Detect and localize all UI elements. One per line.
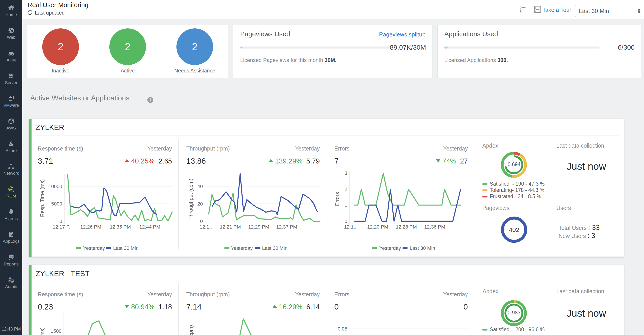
svg-text:Throughput (cpm): Throughput (cpm) [188, 325, 194, 335]
svg-text:Resp. Time (ms): Resp. Time (ms) [39, 179, 45, 217]
svg-text:12:37 PM: 12:37 PM [276, 224, 297, 230]
svg-text:12:17 P..: 12:17 P.. [52, 224, 72, 230]
svg-text:12:21 PM: 12:21 PM [220, 224, 241, 230]
svg-text:0: 0 [200, 218, 203, 224]
svg-text:12:26 PM: 12:26 PM [80, 224, 101, 230]
svg-text:Errors: Errors [334, 192, 340, 206]
svg-text:1: 1 [344, 202, 347, 208]
svg-text:12:36 PM: 12:36 PM [424, 224, 445, 230]
svg-text:20: 20 [198, 201, 203, 207]
svg-text:40: 40 [198, 184, 203, 189]
svg-text:12:1..: 12:1.. [344, 224, 356, 230]
svg-text:12:1..: 12:1.. [200, 224, 212, 230]
svg-text:Resp. Time (ms): Resp. Time (ms) [39, 328, 45, 335]
svg-text:12:35 PM: 12:35 PM [110, 224, 131, 230]
svg-text:0: 0 [344, 218, 347, 224]
svg-text:10000: 10000 [48, 184, 62, 189]
svg-text:12:44 PM: 12:44 PM [139, 224, 160, 230]
svg-text:3: 3 [344, 170, 347, 176]
svg-text:12:29 PM: 12:29 PM [248, 224, 269, 230]
svg-text:0: 0 [60, 218, 62, 224]
svg-text:Throughput (cpm): Throughput (cpm) [188, 179, 194, 220]
svg-text:12:20 PM: 12:20 PM [367, 224, 388, 230]
svg-text:2: 2 [344, 186, 347, 192]
svg-text:0.05: 0.05 [338, 326, 347, 332]
svg-text:12:28 PM: 12:28 PM [396, 224, 417, 230]
svg-text:1500: 1500 [50, 328, 62, 334]
svg-text:5000: 5000 [51, 201, 62, 207]
